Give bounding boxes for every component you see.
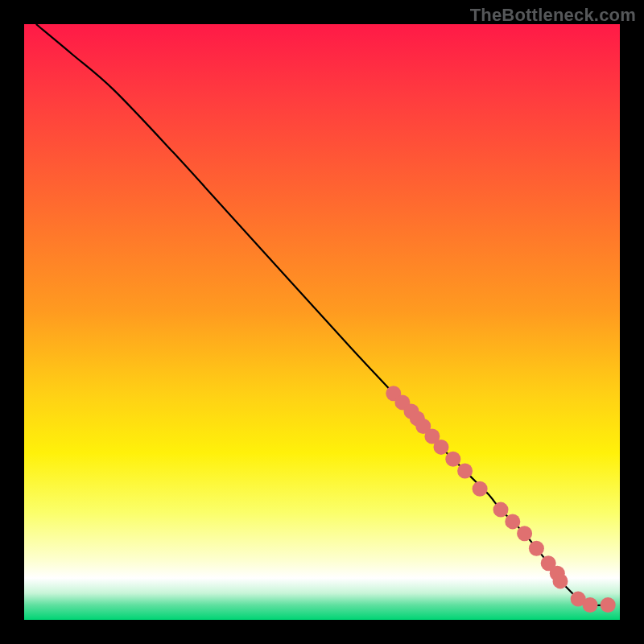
marker-point bbox=[457, 464, 473, 479]
bottleneck-chart bbox=[24, 24, 620, 620]
marker-point bbox=[583, 597, 598, 613]
marker-point bbox=[517, 526, 532, 541]
chart-svg bbox=[24, 24, 620, 620]
marker-point bbox=[529, 541, 544, 556]
marker-point bbox=[601, 597, 616, 613]
marker-point bbox=[473, 481, 488, 497]
marker-point bbox=[445, 452, 460, 467]
marker-point bbox=[434, 440, 449, 455]
marker-point bbox=[493, 502, 509, 518]
watermark-text: TheBottleneck.com bbox=[470, 5, 636, 26]
marker-point bbox=[505, 514, 520, 529]
marker-point bbox=[553, 573, 568, 588]
